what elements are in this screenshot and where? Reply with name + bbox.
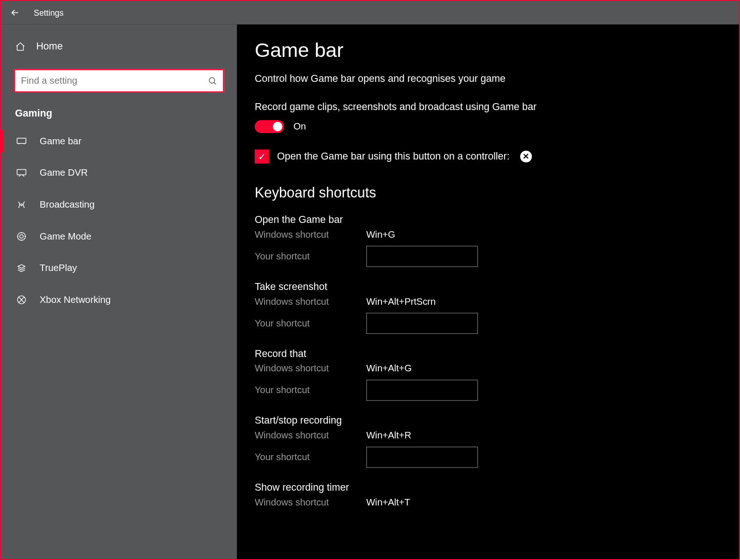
windows-shortcut-value: Win+Alt+T [366,497,410,508]
sidebar-section-title: Gaming [14,97,224,123]
sidebar-item-label: Broadcasting [40,199,95,210]
trueplay-icon [16,263,28,273]
shortcut-title: Take screenshot [255,281,740,293]
sidebar-item-gamemode[interactable]: Game Mode [14,223,224,250]
page-title: Game bar [255,38,740,62]
shortcut-take-screenshot: Take screenshot Windows shortcut Win+Alt… [255,281,740,334]
content-pane: Game bar Control how Game bar opens and … [237,25,740,560]
sidebar-item-label: Xbox Networking [40,295,111,305]
windows-shortcut-label: Windows shortcut [255,229,366,240]
svg-point-5 [20,234,24,238]
shortcut-title: Start/stop recording [255,415,740,426]
your-shortcut-label: Your shortcut [255,385,366,396]
your-shortcut-label: Your shortcut [255,251,366,262]
sidebar: Home Gaming Game bar Game DVR [1,25,237,560]
home-label: Home [36,41,63,52]
home-icon [15,42,25,52]
your-shortcut-input[interactable] [366,246,478,267]
shortcut-record-that: Record that Windows shortcut Win+Alt+G Y… [255,348,740,401]
shortcut-show-recording-timer: Show recording timer Windows shortcut Wi… [255,482,740,508]
search-icon [208,76,217,86]
windows-shortcut-label: Windows shortcut [255,497,366,508]
sidebar-item-label: Game bar [40,136,81,147]
windows-shortcut-value: Win+G [366,229,395,240]
record-setting-label: Record game clips, screenshots and broad… [255,101,740,113]
xbox-icon [16,295,28,305]
sidebar-item-label: Game DVR [40,168,88,178]
your-shortcut-input[interactable] [366,447,478,468]
sidebar-home[interactable]: Home [14,31,224,64]
sidebar-item-label: Game Mode [40,231,92,242]
svg-point-4 [18,233,25,240]
windows-shortcut-label: Windows shortcut [255,430,366,441]
xbox-guide-icon [520,151,532,162]
shortcut-open-gamebar: Open the Game bar Windows shortcut Win+G… [255,214,740,267]
toggle-state-label: On [293,121,306,132]
page-description: Control how Game bar opens and recognise… [255,73,740,85]
gamedvr-icon [16,168,28,178]
search-box[interactable] [14,69,224,92]
controller-checkbox-label: Open the Game bar using this button on a… [277,151,510,162]
sidebar-item-xbox[interactable]: Xbox Networking [14,286,224,313]
app-title: Settings [34,8,63,17]
svg-rect-1 [17,138,26,143]
gamemode-icon [16,231,28,242]
windows-shortcut-label: Windows shortcut [255,363,366,374]
shortcut-title: Record that [255,348,740,360]
search-input[interactable] [21,75,208,86]
sidebar-item-trueplay[interactable]: TruePlay [14,255,224,282]
windows-shortcut-value: Win+Alt+PrtScrn [366,296,436,307]
your-shortcut-input[interactable] [366,313,478,334]
svg-point-0 [209,78,215,83]
record-toggle[interactable] [255,120,284,133]
gamebar-icon [16,137,28,146]
shortcut-start-stop-recording: Start/stop recording Windows shortcut Wi… [255,415,740,468]
shortcut-title: Show recording timer [255,482,740,493]
your-shortcut-input[interactable] [366,380,478,401]
sidebar-item-gamedvr[interactable]: Game DVR [14,160,224,186]
broadcast-icon [16,199,28,210]
controller-checkbox[interactable]: ✓ [255,149,269,163]
svg-rect-2 [17,169,26,174]
windows-shortcut-value: Win+Alt+R [366,430,411,441]
windows-shortcut-label: Windows shortcut [255,296,366,307]
shortcuts-heading: Keyboard shortcuts [255,185,740,202]
windows-shortcut-value: Win+Alt+G [366,363,412,374]
shortcut-title: Open the Game bar [255,214,740,226]
your-shortcut-label: Your shortcut [255,318,366,329]
sidebar-item-label: TruePlay [40,263,77,273]
titlebar: Settings ─ ✕ [1,1,740,25]
sidebar-item-gamebar[interactable]: Game bar [14,128,224,154]
your-shortcut-label: Your shortcut [255,452,366,462]
sidebar-item-broadcast[interactable]: Broadcasting [14,191,224,218]
back-button[interactable] [1,7,29,18]
svg-point-3 [21,204,23,206]
